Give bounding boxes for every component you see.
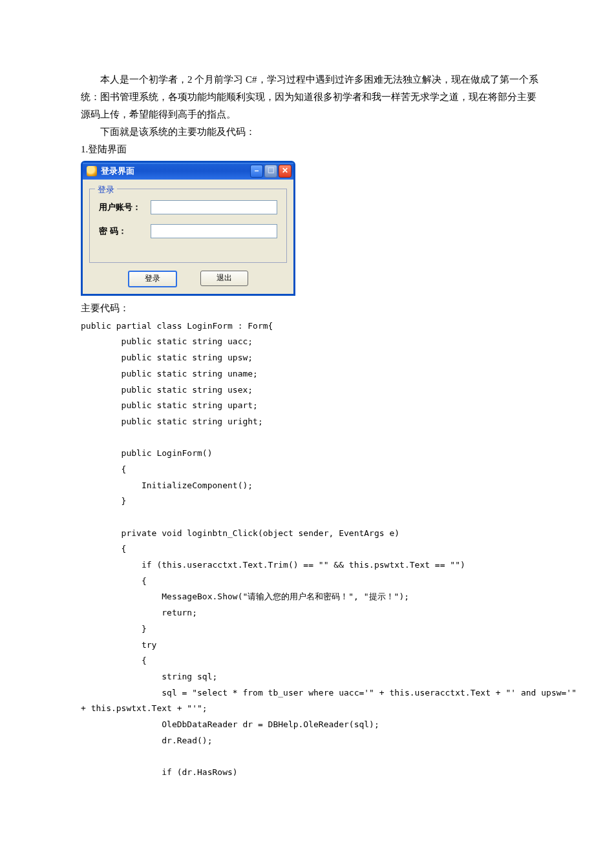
button-row: 登录 退出	[89, 271, 287, 287]
window-title: 登录界面	[101, 163, 249, 178]
label-username: 用户账号：	[99, 200, 151, 214]
exit-button[interactable]: 退出	[200, 271, 248, 286]
close-button[interactable]: ✕	[279, 165, 291, 178]
client-area: 登录 用户账号： 密 码： 登录 退出	[83, 180, 293, 294]
label-password: 密 码：	[99, 223, 151, 238]
maximize-button: ☐	[264, 165, 277, 178]
groupbox-label: 登录	[95, 182, 117, 197]
titlebar: 登录界面 – ☐ ✕	[83, 163, 293, 180]
row-username: 用户账号：	[99, 200, 281, 214]
login-button[interactable]: 登录	[128, 271, 177, 287]
row-password: 密 码：	[99, 223, 281, 238]
main-code-label: 主要代码：	[81, 300, 543, 317]
username-input[interactable]	[151, 200, 277, 214]
minimize-button[interactable]: –	[250, 165, 263, 178]
intro-paragraph-1: 本人是一个初学者，2 个月前学习 C#，学习过程中遇到过许多困难无法独立解决，现…	[81, 71, 543, 123]
app-icon	[87, 166, 97, 176]
login-window: 登录界面 – ☐ ✕ 登录 用户账号： 密 码： 登录 退出	[81, 161, 295, 296]
password-input[interactable]	[151, 224, 277, 238]
section-1-title: 1.登陆界面	[81, 141, 543, 158]
code-block: public partial class LoginForm : Form{ p…	[81, 318, 543, 781]
intro-paragraph-2: 下面就是该系统的主要功能及代码：	[81, 123, 543, 141]
login-groupbox: 登录 用户账号： 密 码：	[89, 189, 287, 263]
